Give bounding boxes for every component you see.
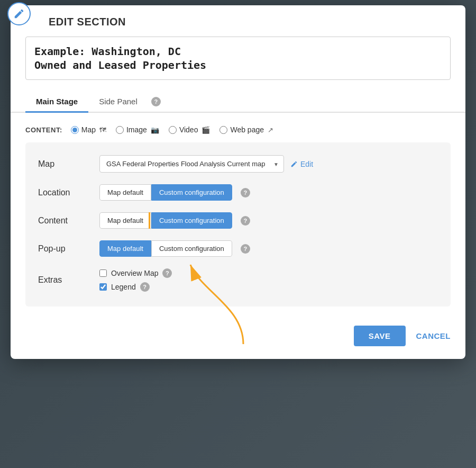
radio-image[interactable]: Image 📷 bbox=[116, 125, 159, 134]
overview-map-help-btn[interactable]: ? bbox=[162, 268, 172, 278]
video-icon: 🎬 bbox=[202, 126, 210, 134]
modal-title: EDIT SECTION bbox=[49, 16, 126, 28]
popup-setting-row: Pop-up Map default Custom configuration … bbox=[38, 240, 438, 257]
legend-checkbox[interactable] bbox=[99, 283, 107, 291]
content-setting-row: Content Map default Custom configuration… bbox=[38, 212, 438, 229]
extras-setting-row: Extras Overview Map ? Legend ? bbox=[38, 268, 438, 292]
map-select-wrapper: GSA Federal Properties Flood Analysis Cu… bbox=[99, 155, 284, 173]
image-icon: 📷 bbox=[151, 126, 159, 134]
content-map-default-btn[interactable]: Map default bbox=[99, 212, 151, 229]
map-edit-link[interactable]: Edit bbox=[290, 160, 313, 168]
location-label: Location bbox=[38, 188, 91, 197]
tabs-help-icon[interactable]: ? bbox=[151, 97, 161, 106]
legend-row: Legend ? bbox=[99, 282, 172, 292]
cancel-button[interactable]: CANCEL bbox=[416, 331, 451, 340]
content-row: CONTENT: Map 🗺 Image 📷 Video 🎬 bbox=[11, 121, 465, 142]
overview-map-row: Overview Map ? bbox=[99, 268, 172, 278]
location-map-default-btn[interactable]: Map default bbox=[99, 184, 151, 201]
extras-section: Overview Map ? Legend ? bbox=[99, 268, 172, 292]
location-help-btn[interactable]: ? bbox=[241, 188, 250, 197]
edit-icon-circle bbox=[7, 2, 31, 25]
popup-help-btn[interactable]: ? bbox=[241, 244, 250, 254]
edit-link-icon bbox=[290, 160, 298, 168]
content-btn-group: Map default Custom configuration bbox=[99, 212, 232, 229]
map-setting-row: Map GSA Federal Properties Flood Analysi… bbox=[38, 155, 438, 173]
save-button[interactable]: SAVE bbox=[354, 326, 406, 346]
radio-map[interactable]: Map 🗺 bbox=[71, 125, 106, 134]
tabs-row: Main Stage Side Panel ? bbox=[11, 92, 465, 113]
radio-webpage[interactable]: Web page ↗ bbox=[219, 125, 273, 134]
popup-map-default-btn[interactable]: Map default bbox=[99, 240, 151, 257]
tab-main-stage[interactable]: Main Stage bbox=[25, 92, 88, 113]
content-setting-label: Content bbox=[38, 216, 91, 226]
modal-footer: SAVE CANCEL bbox=[11, 317, 465, 359]
tab-side-panel[interactable]: Side Panel bbox=[88, 92, 148, 113]
location-setting-row: Location Map default Custom configuratio… bbox=[38, 184, 438, 201]
location-btn-group: Map default Custom configuration bbox=[99, 184, 232, 201]
settings-panel: Map GSA Federal Properties Flood Analysi… bbox=[25, 142, 451, 307]
popup-btn-group: Map default Custom configuration bbox=[99, 240, 232, 257]
map-select-row: GSA Federal Properties Flood Analysis Cu… bbox=[99, 155, 313, 173]
popup-custom-btn[interactable]: Custom configuration bbox=[151, 240, 232, 257]
map-label: Map bbox=[38, 159, 91, 169]
content-help-btn[interactable]: ? bbox=[241, 216, 250, 226]
map-icon: 🗺 bbox=[99, 126, 106, 134]
section-title-input[interactable]: Example: Washington, DC Owned and Leased… bbox=[25, 37, 451, 80]
map-select[interactable]: GSA Federal Properties Flood Analysis Cu… bbox=[99, 155, 284, 173]
content-custom-btn[interactable]: Custom configuration bbox=[151, 212, 232, 229]
popup-label: Pop-up bbox=[38, 244, 91, 254]
overview-map-checkbox[interactable] bbox=[99, 269, 107, 277]
edit-section-modal: EDIT SECTION Example: Washington, DC Own… bbox=[11, 5, 465, 359]
legend-help-btn[interactable]: ? bbox=[140, 282, 150, 292]
location-custom-btn[interactable]: Custom configuration bbox=[151, 184, 232, 201]
content-radio-group: Map 🗺 Image 📷 Video 🎬 Web page ↗ bbox=[71, 125, 273, 134]
modal-overlay: EDIT SECTION Example: Washington, DC Own… bbox=[0, 0, 476, 468]
content-label: CONTENT: bbox=[25, 126, 62, 134]
extras-label: Extras bbox=[38, 275, 91, 285]
radio-video[interactable]: Video 🎬 bbox=[169, 125, 210, 134]
modal-header: EDIT SECTION bbox=[11, 5, 465, 37]
external-link-icon: ↗ bbox=[268, 126, 273, 134]
pencil-icon bbox=[13, 8, 25, 20]
